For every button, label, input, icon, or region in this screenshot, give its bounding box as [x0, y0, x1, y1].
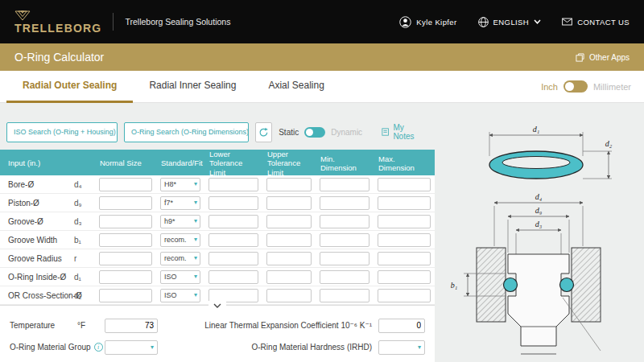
iso-search-button[interactable]: ISO Search (O-Ring + Housing) ▸: [6, 122, 118, 142]
contact-us-link[interactable]: CONTACT US: [562, 18, 630, 27]
min-dimension-input[interactable]: [320, 233, 369, 247]
min-dimension-input[interactable]: [320, 196, 369, 210]
col-normal-size: Normal Size: [95, 158, 156, 167]
standard-fit-select[interactable]: f7*▾: [160, 196, 200, 210]
standard-fit-select[interactable]: recom.▾: [160, 233, 200, 247]
row-label: Groove Radius: [0, 254, 74, 263]
max-dimension-input[interactable]: [378, 233, 431, 247]
reset-button[interactable]: [255, 122, 273, 142]
upper-tolerance-input[interactable]: [266, 196, 312, 210]
temperature-input[interactable]: [105, 319, 158, 333]
oring-search-button[interactable]: O-Ring Search (O-Ring Dimensions) ▸: [124, 122, 248, 142]
dim-label-d2: d₂: [605, 139, 613, 148]
row-symbol: d₄: [74, 180, 95, 189]
min-dimension-input[interactable]: [320, 270, 369, 284]
my-notes-button[interactable]: My Notes: [382, 123, 422, 141]
refresh-icon: [258, 127, 269, 138]
material-row: O-Ring Material Group i ▾ O-Ring Materia…: [0, 336, 435, 358]
dim-label-d1: d₁: [533, 125, 539, 134]
tab-radial-outer-sealing[interactable]: Radial Outer Sealing: [6, 71, 133, 103]
expansion-coefficient-input[interactable]: [378, 319, 425, 333]
lower-tolerance-input[interactable]: [208, 233, 258, 247]
unit-toggle[interactable]: [564, 80, 588, 93]
oring-technical-diagram: d₁ d₂ d₄ d₉ d₃: [438, 103, 639, 357]
max-dimension-input[interactable]: [378, 252, 431, 265]
lower-tolerance-input[interactable]: [208, 289, 258, 302]
max-dimension-input[interactable]: [378, 215, 431, 228]
upper-tolerance-input[interactable]: [266, 178, 312, 191]
normal-size-input[interactable]: [99, 289, 152, 302]
standard-fit-select[interactable]: recom.▾: [160, 252, 200, 265]
info-icon[interactable]: i: [94, 343, 103, 352]
toggle-knob: [306, 129, 313, 136]
dimension-table: Input (in.) Normal Size Standard/Fit Low…: [0, 150, 435, 305]
min-dimension-input[interactable]: [320, 215, 369, 228]
normal-size-input[interactable]: [99, 178, 152, 191]
unit-millimeter-label: Millimeter: [593, 82, 631, 92]
tab-axial-sealing[interactable]: Axial Sealing: [252, 71, 340, 103]
upper-tolerance-input[interactable]: [266, 289, 312, 302]
min-dimension-input[interactable]: [320, 252, 369, 265]
top-bar: TRELLEBORG Trelleborg Sealing Solutions …: [0, 0, 644, 43]
material-hardness-select[interactable]: ▾: [378, 340, 425, 355]
lower-tolerance-input[interactable]: [208, 270, 258, 284]
lower-tolerance-input[interactable]: [208, 252, 258, 265]
lower-tolerance-input[interactable]: [208, 215, 258, 228]
caret-down-icon: ▾: [194, 292, 197, 298]
row-symbol: d₂: [74, 291, 95, 300]
material-group-select[interactable]: ▾: [105, 340, 158, 355]
select-value: recom.: [164, 254, 187, 262]
contact-label: CONTACT US: [577, 18, 630, 27]
standard-fit-select[interactable]: ISO▾: [160, 270, 200, 284]
max-dimension-input[interactable]: [378, 178, 431, 191]
lower-tolerance-input[interactable]: [208, 178, 258, 191]
piston-profile: [508, 254, 569, 346]
oring-search-label: O-Ring Search (O-Ring Dimensions): [125, 123, 248, 142]
my-notes-label: My Notes: [393, 123, 422, 141]
min-dimension-input[interactable]: [320, 289, 369, 302]
mail-icon: [562, 18, 572, 26]
upper-tolerance-input[interactable]: [266, 215, 312, 228]
normal-size-input[interactable]: [99, 252, 152, 265]
dim-label-d3: d₃: [535, 220, 543, 228]
max-dimension-input[interactable]: [378, 196, 431, 210]
col-max-dimension: Max. Dimension: [374, 154, 435, 173]
upper-tolerance-input[interactable]: [266, 252, 312, 265]
material-group-label: O-Ring Material Group: [10, 343, 91, 352]
user-name: Kyle Kipfer: [416, 18, 456, 27]
temperature-row: Temperature °F Linear Thermal Expansion …: [0, 315, 435, 336]
standard-fit-select[interactable]: ISO▾: [160, 289, 200, 302]
trelleborg-logo[interactable]: TRELLEBORG: [14, 10, 101, 34]
row-symbol: d₉: [74, 199, 95, 208]
col-input: Input (in.): [0, 158, 95, 167]
select-value: recom.: [164, 236, 187, 244]
collapse-toggle[interactable]: [208, 301, 226, 311]
table-row-piston: Piston-Ø d₉ f7*▾: [0, 194, 435, 212]
normal-size-input[interactable]: [99, 233, 152, 247]
table-row-bore: Bore-Ø d₄ H8*▾: [0, 175, 435, 194]
row-symbol: r: [74, 254, 95, 263]
standard-fit-select[interactable]: H8*▾: [160, 178, 200, 191]
upper-tolerance-input[interactable]: [266, 270, 312, 284]
globe-icon: [478, 17, 489, 27]
lower-tolerance-input[interactable]: [208, 196, 258, 210]
oring-front-view: [489, 151, 583, 179]
normal-size-input[interactable]: [99, 270, 152, 284]
normal-size-input[interactable]: [99, 196, 152, 210]
tab-radial-inner-sealing[interactable]: Radial Inner Sealing: [133, 71, 252, 103]
upper-tolerance-input[interactable]: [266, 233, 312, 247]
min-dimension-input[interactable]: [320, 178, 369, 191]
user-menu[interactable]: Kyle Kipfer: [399, 16, 456, 28]
normal-size-input[interactable]: [99, 215, 152, 228]
row-symbol: d₁: [74, 273, 95, 282]
caret-down-icon: ▾: [194, 218, 197, 224]
standard-fit-select[interactable]: h9*▾: [160, 215, 200, 228]
col-lower-tolerance: Lower Tolerance Limit: [204, 150, 262, 177]
other-apps-button[interactable]: Other Apps: [576, 53, 630, 62]
max-dimension-input[interactable]: [378, 289, 431, 302]
dim-d2: [583, 151, 612, 179]
max-dimension-input[interactable]: [378, 270, 431, 284]
static-dynamic-toggle[interactable]: [304, 127, 325, 138]
select-value: ISO: [164, 291, 177, 299]
language-menu[interactable]: ENGLISH: [478, 17, 542, 27]
